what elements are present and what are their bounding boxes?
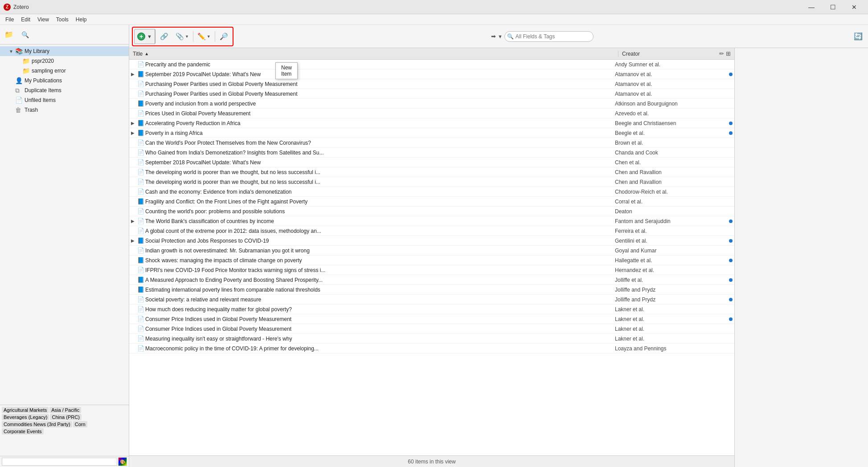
unfiled-icon: 📄 xyxy=(15,97,23,104)
list-item[interactable]: 📘 Estimating international poverty lines… xyxy=(129,285,734,295)
sidebar-item-duplicate-items[interactable]: ⧉ Duplicate Items xyxy=(0,85,129,95)
list-item[interactable]: 📄 The developing world is poorer than we… xyxy=(129,177,734,187)
list-item[interactable]: 📘 Fragility and Conflict: On the Front L… xyxy=(129,197,734,207)
list-item[interactable]: ▶ 📘 Accelerating Poverty Reduction in Af… xyxy=(129,118,734,128)
list-item[interactable]: ▶ 📘 Social Protection and Jobs Responses… xyxy=(129,236,734,246)
add-attachment-button[interactable]: 📎 ▼ xyxy=(173,29,191,44)
menu-file[interactable]: File xyxy=(2,16,17,24)
tag-agricultural-markets[interactable]: Agricultural Markets xyxy=(2,407,49,413)
list-item[interactable]: 📘 Shock waves: managing the impacts of c… xyxy=(129,256,734,265)
menu-view[interactable]: View xyxy=(34,16,53,24)
search-input[interactable] xyxy=(504,31,594,42)
col-edit-icon[interactable]: ✏ xyxy=(719,50,724,57)
sidebar-label-unfiled-items: Unfiled Items xyxy=(25,97,56,103)
minimize-button[interactable]: — xyxy=(801,0,822,14)
item-type-icon: 📄 xyxy=(136,90,145,97)
list-item[interactable]: 📄 Prices Used in Global Poverty Measurem… xyxy=(129,109,734,118)
item-title: September 2019 PovcalNet Update: What's … xyxy=(145,71,611,77)
tag-corn[interactable]: Corn xyxy=(73,421,87,427)
item-title: Macroeconomic policy in the time of COVI… xyxy=(145,345,611,352)
status-text: 60 items in this view xyxy=(408,459,455,465)
menu-help[interactable]: Help xyxy=(72,16,90,24)
list-item[interactable]: ▶ 📘 September 2019 PovcalNet Update: Wha… xyxy=(129,69,734,79)
list-item[interactable]: 📄 September 2018 PovcalNet Update: What'… xyxy=(129,158,734,167)
item-title: Who Gained from India's Demonetization? … xyxy=(145,150,611,156)
item-title: Counting the world's poor: problems and … xyxy=(145,208,611,215)
list-item[interactable]: 📄 Purchasing Power Parities used in Glob… xyxy=(129,79,734,89)
sidebar-label-my-library: My Library xyxy=(25,48,49,54)
item-type-icon: 📄 xyxy=(136,267,145,273)
new-collection-button[interactable]: 📁 xyxy=(2,28,16,42)
item-indicator xyxy=(727,277,734,283)
row-expand-icon[interactable]: ▶ xyxy=(129,72,136,77)
item-creator: Deaton xyxy=(611,208,727,215)
menu-tools[interactable]: Tools xyxy=(53,16,72,24)
list-item[interactable]: 📄 Societal poverty: a relative and relev… xyxy=(129,295,734,305)
sync-icon: 🔄 xyxy=(854,32,863,41)
maximize-button[interactable]: ☐ xyxy=(823,0,843,14)
row-expand-icon[interactable]: ▶ xyxy=(129,121,136,126)
list-item[interactable]: 📄 A global count of the extreme poor in … xyxy=(129,226,734,236)
list-item[interactable]: 📄 How much does reducing inequality matt… xyxy=(129,305,734,314)
new-item-dropdown-arrow: ▼ xyxy=(147,34,152,39)
item-title: Indian growth is not overestimated: Mr. … xyxy=(145,248,611,254)
sidebar-label-sampling-error: sampling error xyxy=(32,68,66,74)
list-item[interactable]: 📄 Precarity and the pandemic Andy Sumner… xyxy=(129,60,734,69)
locate-button[interactable]: 🔗 xyxy=(157,29,172,44)
list-item[interactable]: 📄 The developing world is poorer than we… xyxy=(129,167,734,177)
list-item[interactable]: 📄 Purchasing Power Parities used in Glob… xyxy=(129,89,734,99)
sidebar-item-my-library[interactable]: ▼ 📚 My Library xyxy=(0,46,129,56)
item-type-icon: 📄 xyxy=(136,169,145,175)
list-item[interactable]: 📄 IFPRI's new COVID-19 Food Price Monito… xyxy=(129,265,734,275)
sidebar-item-pspr2020[interactable]: 📁 pspr2020 xyxy=(0,56,129,66)
list-item[interactable]: ▶ 📄 The World Bank's classification of c… xyxy=(129,216,734,226)
list-item[interactable]: 📄 Consumer Price Indices used in Global … xyxy=(129,324,734,334)
col-expand-icon[interactable]: ⊞ xyxy=(726,50,731,57)
menu-edit[interactable]: Edit xyxy=(17,16,34,24)
app-icon: Z xyxy=(4,4,11,11)
tag-commodities-news[interactable]: Commodities News (3rd Party) xyxy=(2,421,72,427)
list-item[interactable]: 📘 A Measured Approach to Ending Poverty … xyxy=(129,275,734,285)
list-item[interactable]: 📄 Can the World's Poor Protect Themselve… xyxy=(129,138,734,148)
tag-beverages-legacy[interactable]: Beverages (Legacy) xyxy=(2,414,49,420)
duplicate-icon: ⧉ xyxy=(15,87,23,94)
tags-search-input[interactable] xyxy=(2,458,117,466)
tag-color-button[interactable]: 🎨 xyxy=(118,457,127,466)
item-creator: Loayza and Pennings xyxy=(611,345,727,352)
list-item[interactable]: 📘 Poverty and inclusion from a world per… xyxy=(129,99,734,109)
list-item[interactable]: 📄 Consumer Price Indices used in Global … xyxy=(129,314,734,324)
list-item[interactable]: ▶ 📘 Poverty in a rising Africa Beegle et… xyxy=(129,128,734,138)
item-type-icon: 📘 xyxy=(136,130,145,136)
tag-asia-pacific[interactable]: Asia / Pacific xyxy=(49,407,81,413)
sync-button[interactable]: 🔄 xyxy=(851,29,865,44)
sidebar-item-trash[interactable]: 🗑 Trash xyxy=(0,105,129,115)
item-creator: Hernandez et al. xyxy=(611,267,727,273)
edit-button[interactable]: ✏️ ▼ xyxy=(195,29,213,44)
row-expand-icon[interactable]: ▶ xyxy=(129,130,136,135)
list-item[interactable]: 📄 Macroeconomic policy in the time of CO… xyxy=(129,344,734,353)
list-item[interactable]: 📄 Counting the world's poor: problems an… xyxy=(129,207,734,216)
item-title: Purchasing Power Parities used in Global… xyxy=(145,81,611,87)
tag-china-prc[interactable]: China (PRC) xyxy=(50,414,81,420)
magnify-button[interactable]: 🔎 xyxy=(217,29,231,44)
row-expand-icon[interactable]: ▶ xyxy=(129,238,136,243)
item-title: Precarity and the pandemic xyxy=(145,61,611,68)
sidebar-item-sampling-error[interactable]: 📁 sampling error xyxy=(0,66,129,76)
col-header-icons: ✏ ⊞ xyxy=(719,50,731,57)
list-item[interactable]: 📄 Who Gained from India's Demonetization… xyxy=(129,148,734,158)
new-saved-search-button[interactable]: 🔍 xyxy=(18,28,32,42)
col-header-title[interactable]: Title ▲ xyxy=(129,51,618,57)
sidebar-label-my-publications: My Publications xyxy=(25,77,62,84)
item-title: Cash and the economy: Evidence from indi… xyxy=(145,189,611,195)
sidebar-item-my-publications[interactable]: 👤 My Publications xyxy=(0,76,129,85)
row-expand-icon[interactable]: ▶ xyxy=(129,219,136,223)
item-creator: Lakner et al. xyxy=(611,336,727,342)
tag-corporate-events[interactable]: Corporate Events xyxy=(2,428,44,435)
sidebar-item-unfiled-items[interactable]: 📄 Unfiled Items xyxy=(0,95,129,105)
close-button[interactable]: ✕ xyxy=(844,0,864,14)
list-item[interactable]: 📄 Measuring inequality isn't easy or str… xyxy=(129,334,734,344)
list-item[interactable]: 📄 Cash and the economy: Evidence from in… xyxy=(129,187,734,197)
list-item[interactable]: 📄 Indian growth is not overestimated: Mr… xyxy=(129,246,734,256)
col-header-creator[interactable]: Creator ✏ ⊞ xyxy=(618,50,734,57)
new-item-button[interactable]: + ▼ xyxy=(135,29,155,44)
